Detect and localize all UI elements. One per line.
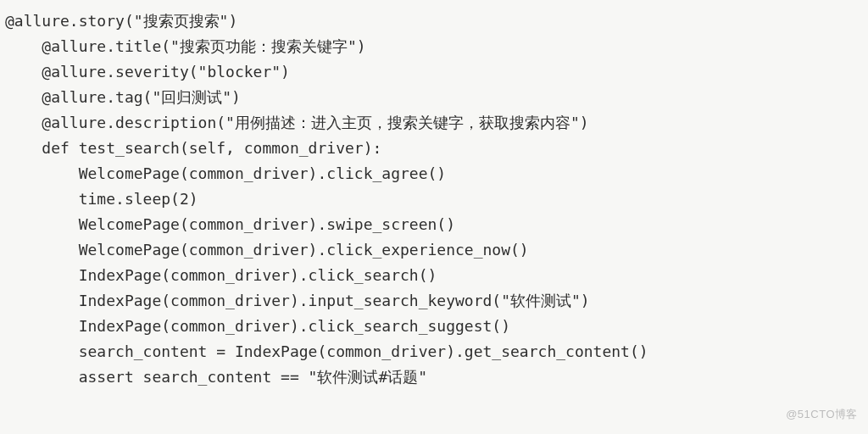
watermark-label: @51CTO博客 bbox=[786, 402, 858, 427]
code-block: @allure.story("搜索页搜索") @allure.title("搜索… bbox=[0, 0, 868, 390]
code-content: @allure.story("搜索页搜索") @allure.title("搜索… bbox=[5, 12, 648, 386]
